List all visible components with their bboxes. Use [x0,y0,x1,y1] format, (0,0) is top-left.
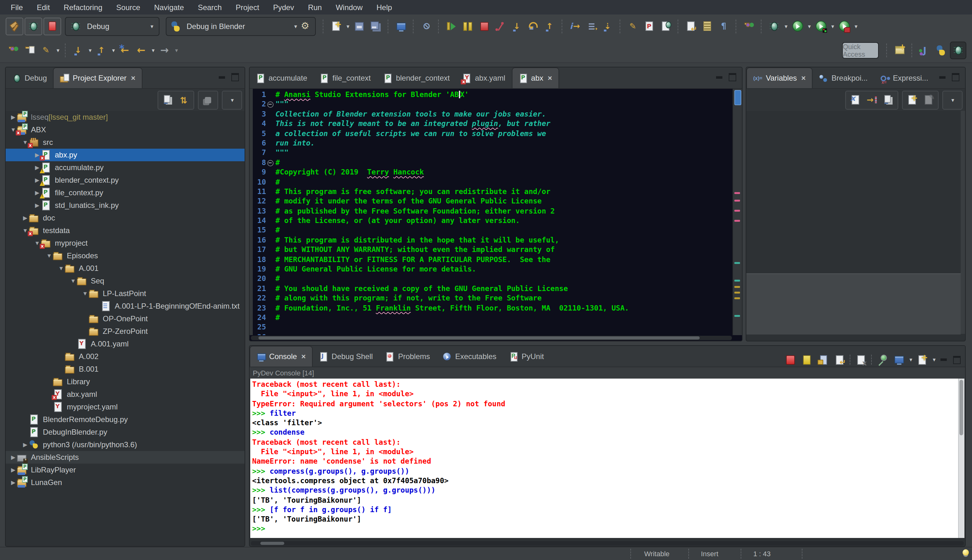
new-wizard-button[interactable] [328,18,344,34]
launch-config-combo[interactable]: Debug in Blender ▾ ⚙ [166,17,316,36]
tab-breakpoi-[interactable]: Breakpoi... [813,68,874,88]
last-edit-button[interactable]: ← [117,42,132,58]
close-icon[interactable]: × [301,352,306,361]
open-console-dropdown[interactable]: ▾ [931,357,937,363]
overview-mark[interactable] [734,315,740,317]
next-annotation-button2[interactable]: ↓ [70,42,86,58]
previous-annotation-dropdown[interactable]: ▾ [110,47,117,53]
save-button[interactable] [352,18,367,34]
step-into-button[interactable]: ↓ [509,18,524,34]
show-logical-structure-button[interactable] [848,92,863,108]
skip-all-breakpoints-button[interactable] [419,18,434,34]
run-button[interactable] [790,18,805,34]
tree-item-abx-py[interactable]: ▶Pxabx.py [6,149,245,161]
chevron-open-icon[interactable]: ▼ [81,290,89,297]
tree-item-episodes[interactable]: ▼Episodes [6,250,245,262]
open-console-button[interactable] [393,18,409,34]
tab-file-context[interactable]: Pfile_context [314,68,377,88]
tree-item-lunagen[interactable]: ▶PLunaGen [6,476,245,489]
java-perspective-button[interactable] [917,42,932,58]
tree-item-ansiblescripts[interactable]: ▶AnsibleScripts [6,451,245,463]
tab-abx[interactable]: Pabx× [511,67,559,88]
terminate-debug-button[interactable] [476,18,492,34]
menu-run[interactable]: Run [301,1,329,13]
open-resource-button[interactable] [741,18,757,34]
close-icon[interactable]: × [548,74,552,83]
debug-dropdown[interactable]: ▾ [783,23,789,29]
tab-accumulate[interactable]: Paccumulate [250,68,314,88]
chevron-open-icon[interactable]: ▼ [57,265,65,272]
suspend-button[interactable] [460,18,475,34]
resume-button[interactable] [444,18,459,34]
menu-edit[interactable]: Edit [30,1,57,13]
tree-item-zp-zeropoint[interactable]: ZP-ZeroPoint [6,325,245,338]
menu-window[interactable]: Window [329,1,369,13]
menu-help[interactable]: Help [370,1,399,13]
tree-item-b-001[interactable]: B.001 [6,363,245,375]
tree-item-myproject[interactable]: ▼xmyproject [6,237,245,250]
tab-variables[interactable]: Variables× [747,67,813,88]
pydev-perspective-button[interactable] [934,42,949,58]
fold-marker[interactable] [266,158,274,168]
clear-console-button[interactable] [853,352,868,368]
save-all-button[interactable] [368,18,383,34]
maximize-icon[interactable] [953,356,961,364]
gear-icon[interactable]: ⚙ [299,20,311,32]
forward-dropdown[interactable]: ▾ [173,47,180,53]
minimize-icon[interactable] [940,358,947,361]
menu-project[interactable]: Project [229,1,266,13]
import-button[interactable] [22,42,37,58]
disconnect-button[interactable] [493,18,508,34]
profile-button[interactable] [837,18,852,34]
link-tree-button[interactable] [864,92,879,108]
pydev-module-button[interactable] [642,18,657,34]
minimize-icon[interactable] [716,76,722,78]
focus-button[interactable] [200,92,215,108]
tree-item-file-context-py[interactable]: ▶Pfile_context.py [6,187,245,199]
collapse-all-button[interactable] [160,92,175,108]
show-whitespace-button[interactable]: ¶ [716,18,731,34]
coverage-button[interactable] [813,18,828,34]
overview-mark[interactable] [734,262,740,264]
step-into-selection-button[interactable] [567,18,583,34]
scroll-thumb[interactable] [959,380,963,435]
tab-problems[interactable]: Problems [379,347,436,367]
chevron-open-icon[interactable]: ▼ [69,278,77,284]
next-annotation-dropdown[interactable]: ▾ [87,47,93,53]
next-annotation-button[interactable] [700,18,715,34]
tree-item-a-002[interactable]: A.002 [6,350,245,363]
tab-expressi-[interactable]: Expressi... [874,68,935,88]
tree-item-testdata[interactable]: ▼xtestdata [6,224,245,237]
terminate-console-button[interactable] [783,352,798,368]
debug-button[interactable] [767,18,782,34]
tab-executables[interactable]: Executables [436,347,503,367]
chevron-closed-icon[interactable]: ▶ [22,442,29,448]
chevron-closed-icon[interactable]: ▶ [22,215,29,221]
overview-mark[interactable] [734,220,740,222]
overview-thumb[interactable] [734,90,741,105]
edit-watch-button[interactable] [921,92,936,108]
tree-item-src[interactable]: ▼xsrc [6,136,245,149]
menu-navigate[interactable]: Navigate [147,1,191,13]
remove-launch-button[interactable] [799,352,814,368]
quick-access-input[interactable]: Quick Access [842,42,879,58]
menu-refactoring[interactable]: Refactoring [57,1,109,13]
overview-mark[interactable] [734,200,740,202]
scroll-lock-button[interactable] [816,352,831,368]
maximize-icon[interactable] [952,73,959,81]
use-step-filters-button[interactable] [584,18,599,34]
minimize-icon[interactable] [939,76,945,78]
tree-item-blenderremotedebug-py[interactable]: PBlenderRemoteDebug.py [6,413,245,426]
scroll-thumb[interactable] [259,337,700,340]
tree-item-a-001-yaml[interactable]: YA.001.yaml [6,338,245,350]
maximize-icon[interactable] [231,73,239,81]
collapse-all-vars-button[interactable] [880,92,896,108]
pydev-debug-module-button[interactable] [658,18,673,34]
editor-hscrollbar[interactable] [251,336,732,340]
debug-perspective-button[interactable] [950,41,966,59]
tree-item-librayplayer[interactable]: ▶PLibRayPlayer [6,463,245,476]
overview-mark[interactable] [734,286,740,288]
overview-mark[interactable] [734,292,740,293]
scroll-thumb[interactable] [261,542,284,545]
view-menu-button[interactable]: ▾ [224,92,239,108]
